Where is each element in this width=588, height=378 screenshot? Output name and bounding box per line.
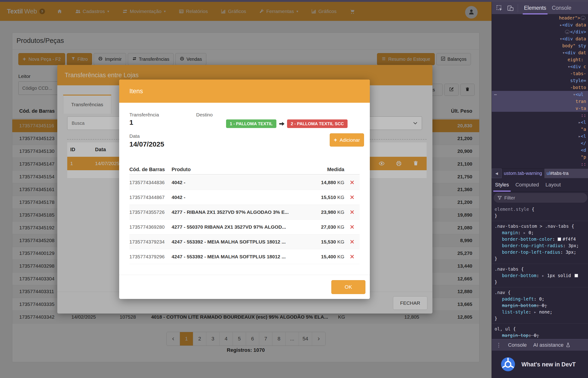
- tree-line[interactable]: ▸<l: [492, 119, 588, 126]
- breadcrumb-item[interactable]: ustom.tab-warning: [502, 169, 544, 178]
- sidebar-pane-tabs: Styles Computed Layout: [492, 178, 588, 191]
- styles-filter-input[interactable]: Filter: [494, 193, 587, 203]
- css-property[interactable]: margin-bottom: 0;: [494, 302, 588, 309]
- tab-layout[interactable]: Layout: [542, 178, 564, 191]
- tree-line[interactable]: ::: [492, 161, 588, 167]
- tree-line[interactable]: </: [492, 140, 588, 147]
- drawer-ai-tab[interactable]: AI assistance: [533, 342, 571, 348]
- color-swatch[interactable]: [558, 237, 561, 241]
- tree-line[interactable]: -botto: [492, 84, 588, 91]
- tree-line[interactable]: ⋯▾<ul: [492, 91, 588, 98]
- tree-line[interactable]: ▸<div data: [492, 21, 588, 28]
- item-row[interactable]: 17357743448674042 -15,510 KG: [129, 190, 360, 205]
- remove-item-icon[interactable]: [344, 195, 360, 200]
- rule-selector: .nav-tabs {: [494, 266, 588, 272]
- cell-product: 4277 - 550370 RIBANA 2X1 3527VD 97% ALGO…: [172, 224, 298, 230]
- tree-line[interactable]: header">…: [492, 14, 588, 21]
- tree-line[interactable]: ▾<div c: [492, 63, 588, 70]
- property-text: margin: ▸ 0;: [502, 230, 534, 235]
- css-property[interactable]: padding-left: 0;: [494, 296, 588, 302]
- remove-item-icon[interactable]: [344, 254, 360, 259]
- tree-line[interactable]: ▸<l: [492, 133, 588, 140]
- divider: [518, 4, 518, 12]
- rule-close-brace: }: [494, 212, 588, 219]
- ok-button[interactable]: OK: [331, 280, 365, 294]
- remove-item-icon[interactable]: [344, 239, 360, 244]
- devtools-drawer: ⋮ Console AI assistance: [492, 339, 588, 351]
- breadcrumb-back-icon[interactable]: ◀: [492, 169, 502, 178]
- breadcrumb-item-current[interactable]: ul#tabs-tra: [544, 169, 588, 178]
- more-icon[interactable]: ⋯: [494, 91, 497, 98]
- item-row[interactable]: 17357743448364042 -14,880 KG: [129, 175, 360, 190]
- css-rule[interactable]: .nav {padding-left: 0;margin-bottom: 0;l…: [492, 287, 588, 324]
- tab-computed[interactable]: Computed: [512, 178, 542, 191]
- tree-line[interactable]: <d: [492, 147, 588, 153]
- expand-arrow-icon[interactable]: ▸: [534, 309, 539, 314]
- property-value: #f4f4: [562, 237, 576, 242]
- color-swatch[interactable]: [575, 274, 578, 277]
- tree-line[interactable]: eight:: [492, 56, 588, 63]
- tree-line[interactable]: body" sty: [492, 42, 588, 49]
- col-measure[interactable]: Medida: [298, 167, 344, 173]
- styles-rules: element.style {}.nav-tabs-custom > .nav-…: [492, 204, 588, 339]
- item-row[interactable]: 17357743792964247 - 553392 - MEIA MALHA …: [129, 249, 360, 264]
- selector-text: .nav-tabs-custom > .nav-tabs: [494, 224, 569, 229]
- tree-line[interactable]: v-ta: [492, 105, 588, 112]
- css-property[interactable]: margin-top: 0;: [494, 332, 588, 338]
- selector-text: element.style: [494, 207, 529, 212]
- col-product[interactable]: Produto: [172, 167, 298, 173]
- remove-item-icon[interactable]: [344, 210, 360, 215]
- whats-new-link[interactable]: What's new in DevT: [521, 361, 576, 368]
- item-row[interactable]: 17357743692804277 - 550370 RIBANA 2X1 35…: [129, 220, 360, 234]
- tree-line[interactable]: -tabs-: [492, 70, 588, 77]
- tree-line[interactable]: ▾<div data: [492, 35, 588, 42]
- drawer-console-tab[interactable]: Console: [508, 342, 527, 348]
- code-token: <ul: [575, 91, 586, 98]
- tree-line[interactable]: "a: [492, 126, 588, 133]
- inspect-icon[interactable]: [496, 5, 503, 12]
- tree-line[interactable]: ▾<div dat: [492, 49, 588, 56]
- items-table-body: 17357743448364042 -14,880 KG173577434486…: [129, 175, 360, 264]
- expand-arrow-icon[interactable]: ▸: [542, 273, 547, 278]
- items-table-header: Cód. de Barras Produto Medida: [129, 165, 360, 175]
- css-property[interactable]: border-bottom-color: #f4f4: [494, 236, 588, 242]
- remove-item-icon[interactable]: [344, 180, 360, 185]
- css-rule[interactable]: .nav-tabs-custom > .nav-tabs {margin: ▸ …: [492, 221, 588, 264]
- property-name: list-style: [502, 309, 528, 314]
- date-value: 14/07/2025: [129, 140, 164, 148]
- tab-elements[interactable]: Elements: [521, 2, 549, 14]
- more-icon[interactable]: ⋮: [496, 342, 502, 348]
- elements-tree: header">…▸<div data…</div>▾<div databody…: [492, 14, 588, 168]
- arrow-right-icon: [278, 120, 285, 127]
- tab-styles[interactable]: Styles: [492, 178, 512, 191]
- col-barcode[interactable]: Cód. de Barras: [129, 167, 172, 173]
- device-toolbar-icon[interactable]: [507, 5, 514, 12]
- expand-arrow-icon[interactable]: ▸: [523, 230, 529, 235]
- tree-line[interactable]: style=: [492, 77, 588, 84]
- property-value: 0;: [539, 296, 544, 301]
- css-rule[interactable]: element.style {}: [492, 204, 588, 221]
- tree-line[interactable]: "p: [492, 153, 588, 161]
- tab-console[interactable]: Console: [549, 2, 574, 14]
- code-token: body": [562, 42, 578, 49]
- css-rule[interactable]: ol, ul {margin-top: 0;margin-bottom: 10}: [492, 324, 588, 339]
- tree-line[interactable]: tran: [492, 98, 588, 105]
- css-property[interactable]: border-top-right-radius: 3px;: [494, 242, 588, 249]
- css-property[interactable]: list-style: ▸ none;: [494, 309, 588, 315]
- property-name: padding-left: [502, 296, 534, 301]
- code-token: -tabs-: [570, 70, 586, 77]
- code-token: ▾: [573, 91, 575, 98]
- tree-line[interactable]: …</div>: [492, 28, 588, 35]
- item-row[interactable]: 17357743792344247 - 553392 - MEIA MALHA …: [129, 234, 360, 249]
- tree-line[interactable]: ::: [492, 112, 588, 119]
- css-property[interactable]: margin: ▸ 0;: [494, 229, 588, 236]
- add-item-button[interactable]: +Adicionar: [330, 133, 364, 147]
- css-rule[interactable]: .nav-tabs {border-bottom: ▸ 1px solid }: [492, 264, 588, 287]
- rule-selector: .nav-tabs-custom > .nav-tabs {: [494, 223, 588, 229]
- css-property[interactable]: border-bottom: ▸ 1px solid: [494, 272, 588, 279]
- css-property[interactable]: border-top-left-radius: 3px;: [494, 249, 588, 255]
- property-name: border-top-left-radius: [502, 250, 561, 255]
- remove-item-icon[interactable]: [344, 225, 360, 229]
- transfer-label: Transferência: [129, 112, 159, 118]
- item-row[interactable]: 17357743557264277 - RIBANA 2X1 3527VD 97…: [129, 205, 360, 220]
